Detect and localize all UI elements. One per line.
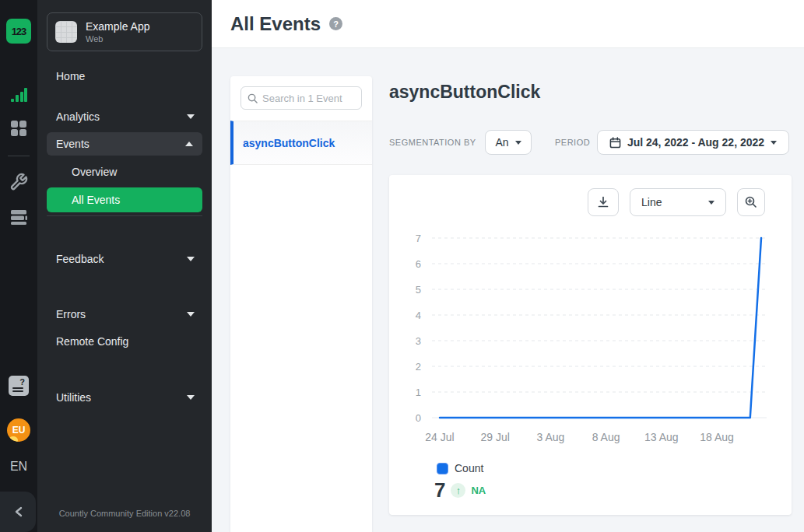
trend-up-icon: ↑ <box>451 483 465 498</box>
sidebar-item-home[interactable]: Home <box>56 68 85 84</box>
period-label: PERIOD <box>555 130 590 155</box>
sidebar-item-remote-config[interactable]: Remote Config <box>56 334 128 349</box>
y-tick-label: 6 <box>416 258 421 270</box>
y-tick-label: 4 <box>416 310 421 321</box>
chevron-down-icon <box>515 141 521 145</box>
main-area: All Events ? asyncButtonClick asyncButto… <box>212 0 804 532</box>
chevron-down-icon[interactable] <box>187 395 195 400</box>
chart-legend: Count <box>437 462 483 474</box>
download-icon <box>597 196 609 208</box>
x-tick-label: 3 Aug <box>536 431 564 443</box>
help-report-icon[interactable]: ? <box>9 376 29 396</box>
page-title: All Events <box>230 13 321 35</box>
app-name: Example App <box>86 20 150 33</box>
language-selector[interactable]: EN <box>0 460 37 474</box>
app-icon <box>55 21 77 43</box>
x-tick-label: 29 Jul <box>481 431 510 443</box>
nav-sidebar: Example App Web Home Analytics Events Ov… <box>37 0 212 532</box>
download-chart-button[interactable] <box>588 188 619 216</box>
sidebar-item-events[interactable]: Events <box>47 132 202 156</box>
legend-label: Count <box>455 462 483 474</box>
period-value: Jul 24, 2022 - Aug 22, 2022 <box>627 136 764 149</box>
y-tick-label: 1 <box>416 387 421 398</box>
event-search-input[interactable] <box>262 93 354 104</box>
countly-dashboard: 123 ? EU <box>0 0 804 532</box>
countly-logo-icon[interactable]: 123 <box>6 19 31 44</box>
sidebar-divider <box>47 215 202 216</box>
events-list-panel: asyncButtonClick <box>230 76 372 532</box>
y-tick-label: 3 <box>416 335 421 347</box>
legend-change-value: NA <box>471 485 486 496</box>
sidebar-item-label: All Events <box>72 194 120 206</box>
sidebar-item-utilities[interactable]: Utilities <box>56 390 91 405</box>
count-series-line <box>440 238 761 418</box>
avatar-initials: EU <box>12 425 26 436</box>
x-tick-label: 24 Jul <box>425 431 454 443</box>
segmentation-value: An <box>495 136 508 149</box>
chevron-down-icon <box>708 201 714 205</box>
y-tick-label: 2 <box>416 361 421 373</box>
chevron-down-icon[interactable] <box>187 114 195 119</box>
icon-rail: 123 ? EU <box>0 0 37 532</box>
apps-grid-icon[interactable] <box>9 119 28 138</box>
x-tick-label: 8 Aug <box>592 431 620 443</box>
chart-type-value: Line <box>641 196 662 208</box>
chart-type-select[interactable]: Line <box>630 188 726 216</box>
period-select[interactable]: Jul 24, 2022 - Aug 22, 2022 <box>597 130 789 155</box>
legend-checkbox[interactable] <box>437 463 448 474</box>
event-list-item-label: asyncButtonClick <box>243 137 335 149</box>
calendar-icon <box>609 137 621 149</box>
y-tick-label: 7 <box>416 233 421 244</box>
y-tick-label: 0 <box>416 412 421 424</box>
logo-digits: 123 <box>12 26 26 37</box>
event-detail-title: asyncButtonClick <box>389 82 540 103</box>
sidebar-item-feedback[interactable]: Feedback <box>56 251 104 267</box>
chevron-down-icon <box>771 141 777 145</box>
x-tick-label: 18 Aug <box>700 431 734 443</box>
line-chart[interactable]: 0123456724 Jul29 Jul3 Aug8 Aug13 Aug18 A… <box>389 229 792 451</box>
page-header: All Events ? <box>212 0 804 48</box>
chevron-up-icon <box>185 142 193 146</box>
segmentation-label: SEGMENTATION BY <box>389 130 476 155</box>
sidebar-item-all-events[interactable]: All Events <box>47 187 202 212</box>
sidebar-item-analytics[interactable]: Analytics <box>56 109 100 124</box>
content-area: asyncButtonClick asyncButtonClick SEGMEN… <box>212 48 804 532</box>
sidebar-item-label: Events <box>56 138 90 150</box>
sidebar-item-overview[interactable]: Overview <box>72 164 117 180</box>
search-icon <box>248 93 258 103</box>
analytics-bars-icon[interactable] <box>9 86 28 104</box>
chart-card: Line 0123456724 Jul29 Jul3 Aug8 Aug13 Au… <box>389 175 792 515</box>
chevron-left-icon <box>14 506 23 517</box>
user-avatar[interactable]: EU <box>7 418 30 442</box>
help-question-icon[interactable]: ? <box>329 17 342 30</box>
management-wrench-icon[interactable] <box>9 173 28 191</box>
segmentation-select[interactable]: An <box>485 130 532 155</box>
data-manager-icon[interactable] <box>9 208 28 226</box>
zoom-in-icon <box>745 196 757 208</box>
app-switcher[interactable]: Example App Web <box>47 12 202 51</box>
y-tick-label: 5 <box>416 284 421 296</box>
app-type: Web <box>86 34 150 44</box>
collapse-sidebar-button[interactable] <box>0 492 36 532</box>
zoom-chart-button[interactable] <box>737 188 765 216</box>
event-search-box <box>240 86 362 110</box>
chevron-down-icon[interactable] <box>187 312 195 317</box>
x-tick-label: 13 Aug <box>644 431 679 443</box>
rail-divider <box>8 156 30 156</box>
chevron-down-icon[interactable] <box>187 257 195 261</box>
legend-total-value: 7 <box>434 478 445 502</box>
event-list-item[interactable]: asyncButtonClick <box>230 121 372 165</box>
legend-stats: 7 ↑ NA <box>434 478 486 502</box>
version-footer: Countly Community Edition v22.08 <box>37 509 212 518</box>
sidebar-item-errors[interactable]: Errors <box>56 306 86 322</box>
